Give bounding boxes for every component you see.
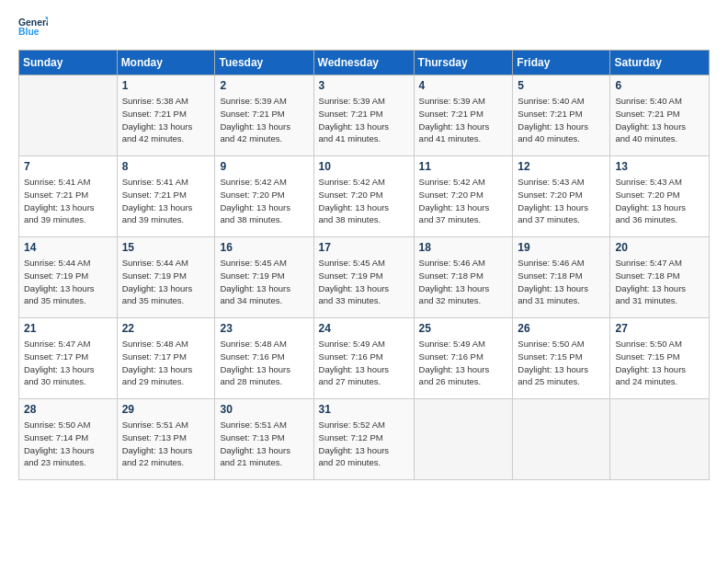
calendar-cell: 7Sunrise: 5:41 AM Sunset: 7:21 PM Daylig… (19, 156, 118, 237)
cell-date: 24 (319, 322, 409, 335)
cell-info: Sunrise: 5:40 AM Sunset: 7:21 PM Dayligh… (615, 95, 704, 145)
cell-date: 3 (319, 79, 409, 92)
calendar-week-row: 1Sunrise: 5:38 AM Sunset: 7:21 PM Daylig… (19, 75, 710, 156)
cell-info: Sunrise: 5:51 AM Sunset: 7:13 PM Dayligh… (122, 419, 210, 469)
calendar-week-row: 14Sunrise: 5:44 AM Sunset: 7:19 PM Dayli… (19, 237, 710, 318)
weekday-header: Tuesday (215, 51, 313, 75)
cell-date: 21 (24, 322, 112, 335)
calendar-cell: 17Sunrise: 5:45 AM Sunset: 7:19 PM Dayli… (313, 237, 414, 318)
cell-info: Sunrise: 5:38 AM Sunset: 7:21 PM Dayligh… (122, 95, 210, 145)
cell-date: 16 (220, 241, 308, 254)
cell-date: 20 (615, 241, 704, 254)
calendar-cell: 21Sunrise: 5:47 AM Sunset: 7:17 PM Dayli… (19, 318, 118, 399)
cell-info: Sunrise: 5:44 AM Sunset: 7:19 PM Dayligh… (24, 257, 112, 307)
cell-date: 11 (419, 160, 508, 173)
calendar-cell: 19Sunrise: 5:46 AM Sunset: 7:18 PM Dayli… (513, 237, 610, 318)
weekday-row: SundayMondayTuesdayWednesdayThursdayFrid… (19, 51, 710, 75)
cell-date: 25 (419, 322, 508, 335)
cell-date: 22 (122, 322, 210, 335)
calendar-cell: 5Sunrise: 5:40 AM Sunset: 7:21 PM Daylig… (513, 75, 610, 156)
svg-text:General: General (18, 17, 48, 28)
calendar-cell (513, 399, 610, 480)
calendar-table: SundayMondayTuesdayWednesdayThursdayFrid… (18, 50, 710, 480)
calendar-cell: 2Sunrise: 5:39 AM Sunset: 7:21 PM Daylig… (215, 75, 313, 156)
cell-date: 18 (419, 241, 508, 254)
logo: GeneralBlue (18, 15, 48, 40)
cell-info: Sunrise: 5:50 AM Sunset: 7:14 PM Dayligh… (24, 419, 112, 469)
cell-date: 7 (24, 160, 112, 173)
cell-info: Sunrise: 5:47 AM Sunset: 7:17 PM Dayligh… (24, 338, 112, 388)
cell-info: Sunrise: 5:42 AM Sunset: 7:20 PM Dayligh… (220, 176, 308, 226)
cell-date: 12 (518, 160, 605, 173)
weekday-header: Saturday (610, 51, 710, 75)
calendar-cell: 9Sunrise: 5:42 AM Sunset: 7:20 PM Daylig… (215, 156, 313, 237)
cell-date: 4 (419, 79, 508, 92)
calendar-cell: 30Sunrise: 5:51 AM Sunset: 7:13 PM Dayli… (215, 399, 313, 480)
calendar-cell: 8Sunrise: 5:41 AM Sunset: 7:21 PM Daylig… (117, 156, 215, 237)
calendar-cell: 14Sunrise: 5:44 AM Sunset: 7:19 PM Dayli… (19, 237, 118, 318)
cell-info: Sunrise: 5:44 AM Sunset: 7:19 PM Dayligh… (122, 257, 210, 307)
calendar-cell (414, 399, 513, 480)
cell-info: Sunrise: 5:51 AM Sunset: 7:13 PM Dayligh… (220, 419, 308, 469)
cell-date: 19 (518, 241, 605, 254)
cell-date: 5 (518, 79, 605, 92)
cell-info: Sunrise: 5:45 AM Sunset: 7:19 PM Dayligh… (220, 257, 308, 307)
calendar-cell: 27Sunrise: 5:50 AM Sunset: 7:15 PM Dayli… (610, 318, 710, 399)
cell-info: Sunrise: 5:40 AM Sunset: 7:21 PM Dayligh… (518, 95, 605, 145)
calendar-cell: 1Sunrise: 5:38 AM Sunset: 7:21 PM Daylig… (117, 75, 215, 156)
calendar-cell: 22Sunrise: 5:48 AM Sunset: 7:17 PM Dayli… (117, 318, 215, 399)
cell-info: Sunrise: 5:45 AM Sunset: 7:19 PM Dayligh… (319, 257, 409, 307)
cell-info: Sunrise: 5:52 AM Sunset: 7:12 PM Dayligh… (319, 419, 409, 469)
calendar-week-row: 21Sunrise: 5:47 AM Sunset: 7:17 PM Dayli… (19, 318, 710, 399)
cell-info: Sunrise: 5:41 AM Sunset: 7:21 PM Dayligh… (122, 176, 210, 226)
calendar-cell: 13Sunrise: 5:43 AM Sunset: 7:20 PM Dayli… (610, 156, 710, 237)
calendar-cell: 10Sunrise: 5:42 AM Sunset: 7:20 PM Dayli… (313, 156, 414, 237)
weekday-header: Monday (117, 51, 215, 75)
calendar-cell: 6Sunrise: 5:40 AM Sunset: 7:21 PM Daylig… (610, 75, 710, 156)
cell-info: Sunrise: 5:50 AM Sunset: 7:15 PM Dayligh… (518, 338, 605, 388)
cell-date: 10 (319, 160, 409, 173)
calendar-cell: 12Sunrise: 5:43 AM Sunset: 7:20 PM Dayli… (513, 156, 610, 237)
cell-info: Sunrise: 5:46 AM Sunset: 7:18 PM Dayligh… (518, 257, 605, 307)
calendar-cell: 11Sunrise: 5:42 AM Sunset: 7:20 PM Dayli… (414, 156, 513, 237)
cell-date: 9 (220, 160, 308, 173)
calendar-cell: 28Sunrise: 5:50 AM Sunset: 7:14 PM Dayli… (19, 399, 118, 480)
calendar-cell: 23Sunrise: 5:48 AM Sunset: 7:16 PM Dayli… (215, 318, 313, 399)
cell-date: 30 (220, 403, 308, 416)
calendar-cell: 18Sunrise: 5:46 AM Sunset: 7:18 PM Dayli… (414, 237, 513, 318)
cell-date: 1 (122, 79, 210, 92)
cell-date: 31 (319, 403, 409, 416)
cell-info: Sunrise: 5:49 AM Sunset: 7:16 PM Dayligh… (319, 338, 409, 388)
calendar-cell: 24Sunrise: 5:49 AM Sunset: 7:16 PM Dayli… (313, 318, 414, 399)
cell-date: 8 (122, 160, 210, 173)
calendar-cell: 26Sunrise: 5:50 AM Sunset: 7:15 PM Dayli… (513, 318, 610, 399)
calendar-week-row: 7Sunrise: 5:41 AM Sunset: 7:21 PM Daylig… (19, 156, 710, 237)
logo-icon: GeneralBlue (18, 15, 48, 40)
cell-date: 28 (24, 403, 112, 416)
page-header: GeneralBlue (18, 15, 710, 40)
cell-info: Sunrise: 5:39 AM Sunset: 7:21 PM Dayligh… (319, 95, 409, 145)
cell-date: 13 (615, 160, 704, 173)
weekday-header: Friday (513, 51, 610, 75)
cell-info: Sunrise: 5:46 AM Sunset: 7:18 PM Dayligh… (419, 257, 508, 307)
cell-date: 17 (319, 241, 409, 254)
cell-date: 26 (518, 322, 605, 335)
cell-info: Sunrise: 5:47 AM Sunset: 7:18 PM Dayligh… (615, 257, 704, 307)
weekday-header: Sunday (19, 51, 118, 75)
cell-info: Sunrise: 5:49 AM Sunset: 7:16 PM Dayligh… (419, 338, 508, 388)
weekday-header: Wednesday (313, 51, 414, 75)
cell-date: 29 (122, 403, 210, 416)
calendar-cell: 31Sunrise: 5:52 AM Sunset: 7:12 PM Dayli… (313, 399, 414, 480)
calendar-cell: 15Sunrise: 5:44 AM Sunset: 7:19 PM Dayli… (117, 237, 215, 318)
cell-date: 15 (122, 241, 210, 254)
cell-info: Sunrise: 5:41 AM Sunset: 7:21 PM Dayligh… (24, 176, 112, 226)
cell-info: Sunrise: 5:39 AM Sunset: 7:21 PM Dayligh… (419, 95, 508, 145)
cell-date: 27 (615, 322, 704, 335)
calendar-cell: 29Sunrise: 5:51 AM Sunset: 7:13 PM Dayli… (117, 399, 215, 480)
cell-info: Sunrise: 5:48 AM Sunset: 7:16 PM Dayligh… (220, 338, 308, 388)
calendar-cell: 16Sunrise: 5:45 AM Sunset: 7:19 PM Dayli… (215, 237, 313, 318)
cell-info: Sunrise: 5:48 AM Sunset: 7:17 PM Dayligh… (122, 338, 210, 388)
cell-date: 14 (24, 241, 112, 254)
cell-date: 6 (615, 79, 704, 92)
calendar-header: SundayMondayTuesdayWednesdayThursdayFrid… (19, 51, 710, 75)
